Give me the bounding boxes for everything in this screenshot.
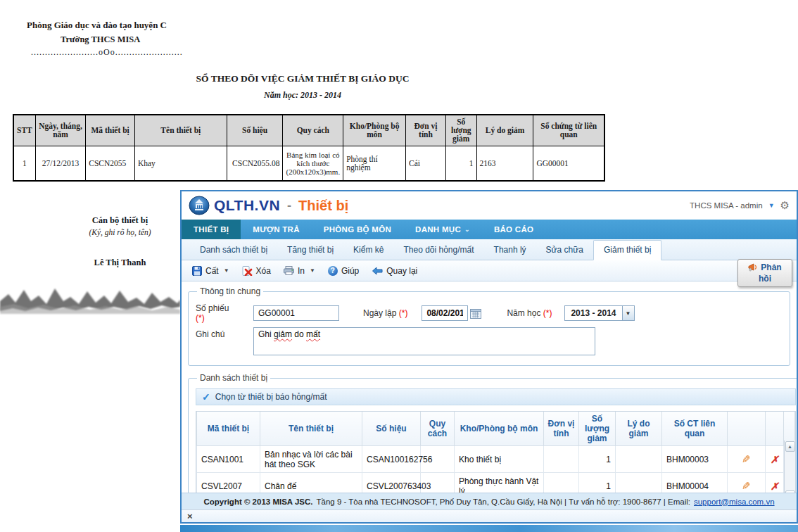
cell-kho-phong: Phòng thực hành Vật lý	[455, 473, 544, 493]
cell-ten-thiet-bi: Chân đế	[260, 473, 362, 493]
brand-name: QLTH.VN	[214, 197, 280, 214]
pencil-icon: ✎	[742, 453, 751, 466]
nav-thiet-bi[interactable]: THIẾT BỊ	[182, 220, 241, 239]
col-so-hieu[interactable]: Số hiệu	[362, 412, 421, 446]
col-so-ct-lien-quan[interactable]: Số CT liên quan	[662, 412, 728, 446]
scroll-up-icon[interactable]: ▲	[785, 441, 795, 452]
nam-hoc-label: Năm học (*)	[507, 308, 552, 318]
report-col-serial: Số hiệu	[227, 115, 283, 146]
cell-don-vi-tinh	[544, 473, 579, 493]
subtab-bar: Danh sách thiết bị Tăng thiết bị Kiểm kê…	[182, 239, 797, 260]
report-col-doc-no: Số chứng từ liên quan	[533, 115, 604, 146]
floppy-disk-icon	[192, 266, 202, 276]
tab-thanh-ly[interactable]: Thanh lý	[484, 241, 536, 260]
report-title: SỔ THEO DÕI VIỆC GIẢM THIẾT BỊ GIÁO DỤC	[0, 73, 605, 84]
tab-sua-chua[interactable]: Sửa chữa	[536, 241, 593, 260]
delete-row-button[interactable]: ✗	[766, 446, 784, 473]
feedback-label-line2: hồi	[759, 274, 771, 284]
back-button[interactable]: Quay lại	[367, 264, 422, 278]
report-col-qty: Số lượng giảm	[445, 115, 476, 146]
save-caret-down-icon[interactable]: ▼	[224, 267, 229, 274]
feedback-label-line1: Phản	[761, 262, 781, 272]
report-table-row: 1 27/12/2013 CSCN2055 Khay CSCN2055.08 B…	[13, 146, 604, 181]
nav-label: BÁO CÁO	[494, 225, 533, 234]
vertical-scrollbar[interactable]: ▲ ▼	[784, 441, 795, 493]
content-area: Thông tin chung Số phiếu (*) Ngày lập (*…	[182, 281, 797, 493]
delete-button[interactable]: Xóa	[237, 264, 276, 278]
device-list-group: Danh sách thiết bị ✓ Chọn từ thiết bị bá…	[188, 373, 797, 493]
grid-header-row: Mã thiết bị Tên thiết bị Số hiệu Quy các…	[197, 412, 795, 446]
nav-muon-tra[interactable]: MƯỢN TRẢ	[241, 220, 311, 239]
tab-danh-sach-thiet-bi[interactable]: Danh sách thiết bị	[190, 241, 277, 260]
help-icon: ?	[328, 266, 338, 276]
cell-so-luong-giam: 1	[579, 473, 616, 493]
general-info-group: Thông tin chung Số phiếu (*) Ngày lập (*…	[188, 286, 790, 366]
cell-so-hieu: CSAN100162756	[362, 446, 421, 473]
report-col-stt: STT	[13, 115, 35, 146]
print-caret-down-icon[interactable]: ▼	[310, 267, 315, 274]
general-info-legend: Thông tin chung	[197, 286, 263, 296]
choose-link-label: Chọn từ thiết bị báo hỏng/mất	[215, 392, 327, 402]
edit-row-button[interactable]: ✎	[728, 446, 766, 473]
col-so-luong-giam[interactable]: Số lượng giảm	[579, 412, 616, 446]
device-row[interactable]: CSAN1001 Bản nhạc và lời các bài hát the…	[197, 446, 795, 473]
user-menu-label[interactable]: THCS MISA - admin	[690, 201, 763, 210]
help-button[interactable]: ? Giúp	[323, 264, 364, 278]
report-col-name: Tên thiết bị	[134, 115, 227, 146]
report-school-year: Năm học: 2013 - 2014	[0, 90, 605, 101]
ngay-lap-input[interactable]	[422, 305, 468, 321]
cell-so-ct: BHM00004	[662, 473, 728, 493]
support-email-link[interactable]: support@misa.com.vn	[694, 498, 775, 506]
tab-giam-thiet-bi[interactable]: Giảm thiết bị	[593, 240, 661, 260]
save-button[interactable]: Cất ▼	[187, 264, 234, 278]
feedback-button[interactable]: Phản hồi	[737, 259, 792, 287]
choose-from-broken-lost-button[interactable]: ✓ Chọn từ thiết bị báo hỏng/mất	[196, 388, 796, 405]
user-caret-down-icon[interactable]: ▼	[768, 202, 775, 209]
nav-phong-bo-mon[interactable]: PHÒNG BỘ MÔN	[312, 220, 403, 239]
tab-tang-thiet-bi[interactable]: Tăng thiết bị	[277, 241, 343, 260]
close-icon[interactable]: ×	[187, 512, 193, 521]
report-col-unit: Đơn vị tính	[406, 115, 446, 146]
col-ten-thiet-bi[interactable]: Tên thiết bị	[260, 412, 362, 446]
gear-icon[interactable]: ⚙	[780, 199, 790, 212]
required-mark: (*)	[543, 308, 552, 318]
scroll-down-icon[interactable]: ▼	[785, 490, 795, 493]
qlth-window: QLTH.VN - Thiết bị THCS MISA - admin ▼ ⚙…	[180, 190, 798, 524]
calendar-icon[interactable]	[470, 308, 481, 319]
app-footer: Copyright © 2013 MISA JSC. Tầng 9 - Tòa …	[182, 493, 797, 509]
printer-icon	[284, 266, 294, 275]
col-ma-thiet-bi[interactable]: Mã thiết bị	[197, 412, 260, 446]
nav-bao-cao[interactable]: BÁO CÁO	[482, 220, 545, 239]
delete-row-button[interactable]: ✗	[766, 473, 784, 493]
brand-dash: -	[287, 198, 291, 213]
tab-kiem-ke[interactable]: Kiểm kê	[343, 241, 393, 260]
required-mark: (*)	[399, 308, 408, 318]
chevron-down-icon: ⌄	[464, 226, 470, 233]
tab-theo-doi-hong-mat[interactable]: Theo dõi hỏng/mất	[393, 241, 483, 260]
note-text-misspelled: mất	[306, 329, 320, 339]
col-quy-cach[interactable]: Quy cách	[421, 412, 455, 446]
report-col-spec: Quy cách	[283, 115, 343, 146]
header-right: THCS MISA - admin ▼ ⚙	[690, 199, 790, 212]
nav-danh-muc[interactable]: DANH MỤC ⌄	[403, 220, 482, 239]
check-icon: ✓	[202, 391, 210, 403]
col-don-vi-tinh[interactable]: Đơn vị tính	[544, 412, 579, 446]
megaphone-icon	[748, 263, 759, 272]
so-phieu-input[interactable]	[253, 305, 339, 321]
select-caret-down-icon[interactable]: ▼	[622, 306, 634, 320]
pencil-icon: ✎	[742, 480, 751, 493]
ghi-chu-textarea[interactable]: Ghi giảm do mất	[253, 327, 595, 355]
cell-ma-thiet-bi: CSAN1001	[197, 446, 260, 473]
cell-so-hieu: CSVL200763403	[362, 473, 421, 493]
report-divider: ........................oOo.............…	[31, 47, 183, 58]
print-button[interactable]: In ▼	[279, 264, 320, 278]
col-ly-do-giam[interactable]: Lý do giảm	[616, 412, 662, 446]
cell-ten-thiet-bi: Bản nhạc và lời các bài hát theo SGK	[260, 446, 362, 473]
col-kho-phong[interactable]: Kho/Phòng bộ môn	[455, 412, 544, 446]
note-text: do	[292, 329, 306, 339]
nam-hoc-select[interactable]: 2013 - 2014 ▼	[564, 305, 634, 321]
device-row[interactable]: CSVL2007 Chân đế CSVL200763403 Phòng thự…	[197, 473, 795, 493]
cell-ly-do-giam	[616, 446, 662, 473]
edit-row-button[interactable]: ✎	[728, 473, 766, 493]
device-grid: Mã thiết bị Tên thiết bị Số hiệu Quy các…	[196, 411, 796, 493]
